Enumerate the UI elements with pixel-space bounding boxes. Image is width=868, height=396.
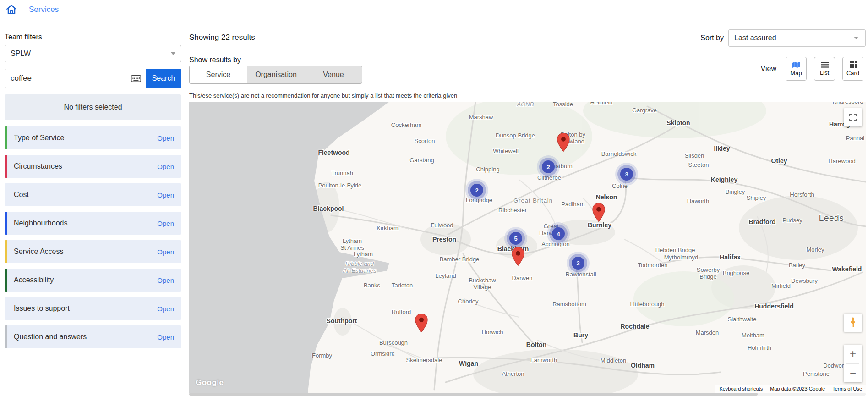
filter-label: Neighbourhoods — [14, 219, 67, 227]
filter-open-link[interactable]: Open — [157, 191, 174, 199]
street-view-pegman[interactable] — [844, 314, 862, 332]
team-filter-select[interactable]: SPLW — [5, 45, 181, 62]
keyboard-icon[interactable] — [131, 75, 141, 82]
zoom-out-button[interactable]: − — [844, 364, 862, 383]
filter-label: Circumstances — [14, 162, 62, 170]
map-cluster-marker[interactable]: 2 — [542, 160, 555, 173]
filter-issues-to-support[interactable]: Issues to supportOpen — [5, 297, 181, 320]
filters-sidebar: Team filters SPLW Search No filters sele… — [5, 33, 181, 354]
map-cluster-marker[interactable]: 2 — [470, 184, 483, 197]
google-logo: Google — [196, 378, 224, 387]
filter-open-link[interactable]: Open — [157, 276, 174, 284]
view-map-button[interactable]: Map — [786, 57, 807, 81]
filter-label: Question and answers — [14, 333, 87, 341]
view-map-label: Map — [790, 70, 802, 77]
filter-open-link[interactable]: Open — [157, 333, 174, 341]
chevron-down-icon — [854, 37, 858, 39]
filter-open-link[interactable]: Open — [157, 220, 174, 227]
filter-open-link[interactable]: Open — [157, 305, 174, 313]
keyboard-shortcuts-link[interactable]: Keyboard shortcuts — [719, 386, 763, 391]
tab-organisation[interactable]: Organisation — [247, 66, 305, 84]
map-attribution: Keyboard shortcuts Map data ©2023 Google… — [715, 385, 866, 393]
select-divider — [166, 49, 166, 59]
horizontal-scrollbar[interactable] — [189, 393, 866, 396]
breadcrumb-divider — [23, 4, 23, 16]
filter-cost[interactable]: CostOpen — [5, 183, 181, 206]
filter-label: Type of Service — [14, 134, 64, 142]
map-pin-marker[interactable] — [593, 203, 605, 222]
tab-service[interactable]: Service — [189, 66, 247, 84]
zoom-control: + − — [844, 345, 862, 382]
search-button[interactable]: Search — [146, 69, 181, 88]
filter-list: Type of ServiceOpenCircumstancesOpenCost… — [5, 126, 181, 348]
grid-icon — [850, 61, 857, 68]
map-cluster-marker[interactable]: 3 — [620, 168, 633, 181]
view-label: View — [761, 65, 776, 73]
team-filter-value: SPLW — [11, 50, 31, 58]
map-pin-marker[interactable] — [415, 314, 428, 332]
list-icon — [821, 62, 829, 68]
breadcrumb-services-link[interactable]: Services — [29, 5, 59, 14]
no-filters-selected: No filters selected — [5, 94, 181, 120]
terms-of-use-link[interactable]: Terms of Use — [832, 386, 862, 391]
map-data-text: Map data ©2023 Google — [770, 386, 825, 391]
team-filters-label: Team filters — [5, 33, 181, 41]
map-cluster-marker[interactable]: 4 — [552, 227, 565, 240]
map-pin-marker[interactable] — [512, 247, 524, 266]
filter-neighbourhoods[interactable]: NeighbourhoodsOpen — [5, 212, 181, 235]
filter-service-access[interactable]: Service AccessOpen — [5, 240, 181, 263]
sort-select[interactable]: Last assured — [728, 29, 866, 47]
sort-value: Last assured — [734, 34, 776, 42]
filter-open-link[interactable]: Open — [157, 163, 174, 170]
results-disclaimer: This/ese service(s) are not a recommenda… — [189, 92, 457, 99]
map-canvas[interactable]: AONBTossideHellifieldKnaresboroGargraveS… — [189, 102, 866, 393]
filter-type-of-service[interactable]: Type of ServiceOpen — [5, 126, 181, 149]
fullscreen-button[interactable] — [844, 108, 862, 126]
filter-question-and-answers[interactable]: Question and answersOpen — [5, 325, 181, 348]
view-switcher: View Map List Card — [761, 57, 863, 81]
filter-open-link[interactable]: Open — [157, 134, 174, 142]
filter-label: Issues to support — [14, 304, 70, 313]
map-markers: 232542 — [189, 102, 866, 393]
map-cluster-marker[interactable]: 2 — [572, 257, 584, 270]
filter-accessibility[interactable]: AccessibilityOpen — [5, 269, 181, 292]
sort-by-label: Sort by — [700, 34, 724, 42]
scrollbar-thumb[interactable] — [189, 393, 758, 396]
show-results-by-label: Show results by — [189, 56, 241, 64]
results-tabs: ServiceOrganisationVenue — [189, 66, 362, 84]
filter-open-link[interactable]: Open — [157, 248, 174, 256]
filter-label: Accessibility — [14, 276, 54, 284]
chevron-down-icon — [171, 52, 175, 55]
search-field — [5, 69, 146, 88]
view-list-label: List — [820, 69, 829, 76]
home-icon[interactable] — [5, 4, 17, 16]
map-cluster-marker[interactable]: 5 — [509, 232, 522, 245]
breadcrumb: Services — [5, 4, 59, 16]
sort-control: Sort by Last assured — [700, 29, 866, 47]
filter-label: Cost — [14, 191, 29, 199]
results-count: Showing 22 results — [189, 33, 255, 42]
map-pin-marker[interactable] — [557, 133, 570, 152]
map-icon — [792, 61, 800, 68]
view-card-button[interactable]: Card — [842, 57, 863, 81]
tab-venue[interactable]: Venue — [305, 66, 362, 84]
filter-label: Service Access — [14, 248, 63, 256]
view-list-button[interactable]: List — [814, 57, 835, 81]
filter-circumstances[interactable]: CircumstancesOpen — [5, 155, 181, 178]
search-input[interactable] — [5, 74, 131, 83]
view-card-label: Card — [846, 70, 859, 77]
search-row: Search — [5, 69, 181, 88]
zoom-in-button[interactable]: + — [844, 345, 862, 363]
